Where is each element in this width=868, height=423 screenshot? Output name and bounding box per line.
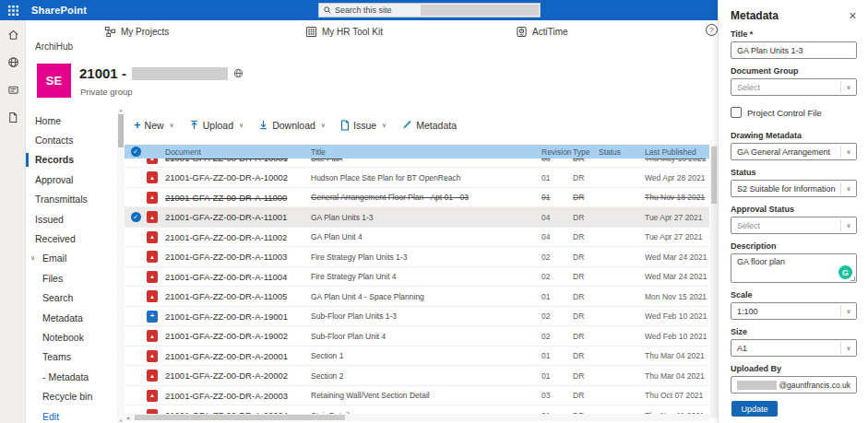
globe-icon[interactable] — [0, 48, 26, 76]
new-button[interactable]: + New∨ — [134, 118, 174, 132]
breadcrumb[interactable]: ArchiHub — [35, 41, 73, 52]
document-cell: 21001-GFA-ZZ-00-DR-A-20001 — [165, 351, 311, 361]
table-row[interactable]: ▲21001-GFA-ZZ-00-DR-A-10001Site Plan03DR… — [125, 159, 709, 168]
status-select[interactable]: S2 Suitable for Information∨ — [731, 180, 857, 197]
status-label: Status — [731, 168, 857, 177]
help-icon[interactable]: ? — [706, 24, 718, 36]
project-control-file-checkbox[interactable]: Project Control File — [731, 107, 857, 118]
last-published-cell: Thu Mar 04 2021 — [645, 351, 709, 360]
table-row[interactable]: ▲21001-GFA-ZZ-00-DR-A-11000General Arran… — [125, 188, 709, 208]
table-row[interactable]: ▲21001-GFA-ZZ-00-DR-A-20001Section 101DR… — [125, 347, 709, 367]
type-cell: DR — [573, 173, 599, 182]
sidebar-item-recycle-bin[interactable]: Recycle bin — [26, 386, 117, 405]
revision-cell: 02 — [541, 332, 573, 341]
scale-select[interactable]: 1:100∨ — [731, 302, 857, 320]
close-icon[interactable]: ✕ — [849, 10, 857, 22]
table-row[interactable]: +21001-GFA-ZZ-00-DR-A-19001Sub-Floor Pla… — [125, 307, 709, 327]
scroll-left-icon[interactable]: ◀ — [125, 416, 131, 420]
table-row[interactable]: ▲21001-GFA-ZZ-00-DR-A-20003Retaining Wal… — [125, 386, 709, 406]
sidebar-item-records[interactable]: Records — [26, 150, 117, 170]
nav-item-my-projects[interactable]: My Projects — [104, 26, 169, 38]
sidebar-item-approval[interactable]: Approval — [26, 170, 117, 189]
sidebar-item-transmittals[interactable]: Transmittals — [26, 190, 117, 209]
sidebar-item-teams[interactable]: Teams — [26, 347, 117, 367]
table-row[interactable]: ✓▲21001-GFA-ZZ-00-DR-A-11001GA Plan Unit… — [125, 207, 709, 228]
sidebar-item-email[interactable]: ∨Email — [26, 249, 117, 268]
table-vertical-scrollbar[interactable] — [710, 145, 718, 418]
column-header-type[interactable]: Type — [573, 147, 599, 157]
scroll-up-icon[interactable]: ▲ — [117, 108, 125, 112]
sidebar-item-received[interactable]: Received — [26, 229, 117, 248]
pdf-icon: ▲ — [147, 290, 158, 302]
main-content: + New∨ Upload∨ Download∨ Issue∨ Metada — [125, 106, 718, 423]
title-cell: Retaining Wall/Vent Section Detail — [311, 391, 541, 400]
revision-cell: 03 — [541, 159, 573, 163]
drawing-metadata-select[interactable]: GA General Arrangement∨ — [731, 143, 857, 160]
news-icon[interactable] — [0, 76, 26, 103]
title-input[interactable]: GA Plan Units 1-3 — [731, 41, 857, 59]
metadata-button[interactable]: Metadata — [401, 120, 457, 131]
sidebar-item-files[interactable]: Files — [26, 268, 117, 288]
sidebar-item-home[interactable]: Home — [26, 111, 117, 130]
table-row[interactable]: ▲21001-GFA-ZZ-00-DR-A-11002GA Plan Unit … — [125, 228, 709, 248]
issue-button[interactable]: Issue∨ — [340, 120, 386, 131]
scrollbar-thumb[interactable] — [711, 147, 717, 204]
table-row[interactable]: ▲21001-GFA-ZZ-00-DR-A-20002Section 201DR… — [125, 366, 709, 386]
row-selected-checkbox[interactable]: ✓ — [131, 212, 141, 222]
revision-cell: 02 — [541, 272, 573, 281]
sidebar-item-metadata[interactable]: - Metadata — [26, 367, 117, 386]
table-row[interactable]: ▲21001-GFA-ZZ-00-DR-A-19002Sub-Floor Pla… — [125, 326, 709, 347]
select-all-checkbox[interactable]: ✓ — [131, 147, 141, 157]
nav-item-my-hr-tool-kit[interactable]: My HR Tool Kit — [305, 26, 383, 38]
site-logo[interactable]: SE — [37, 64, 71, 98]
sidebar-item-notebook[interactable]: Notebook — [26, 327, 117, 347]
sidebar-item-label: Files — [42, 273, 63, 284]
uploaded-by-input[interactable]: @gauntfrancis.co.uk — [731, 376, 857, 394]
revision-cell: 03 — [541, 391, 573, 400]
search-placeholder: Search this site — [335, 6, 392, 15]
scroll-down-icon[interactable]: ▼ — [117, 418, 125, 423]
approval-status-select[interactable]: Select∨ — [731, 217, 857, 234]
revision-cell: 01 — [541, 371, 573, 381]
update-button[interactable]: Update — [731, 401, 778, 417]
description-textarea[interactable]: GA floor plan G — [731, 253, 857, 283]
table-row[interactable]: ▲21001-GFA-ZZ-00-DR-A-11004Fire Strategy… — [125, 267, 709, 288]
sidebar-item-issued[interactable]: Issued — [26, 209, 117, 229]
document-icon[interactable] — [0, 103, 26, 131]
size-select[interactable]: A1∨ — [731, 339, 857, 357]
checkbox-box[interactable] — [731, 107, 742, 118]
last-published-cell: Wed Apr 28 2021 — [645, 173, 709, 182]
document-cell: 21001-GFA-ZZ-00-DR-A-11003 — [165, 252, 311, 262]
column-header-last-published[interactable]: Last Published — [645, 147, 709, 157]
sidebar-item-contacts[interactable]: Contacts — [26, 130, 117, 149]
table-row[interactable]: ▲21001-GFA-ZZ-00-DR-A-11003Fire Strategy… — [125, 247, 709, 267]
home-icon[interactable] — [0, 20, 26, 48]
table-row[interactable]: ▲21001-GFA-ZZ-00-DR-A-10002Hudson Place … — [125, 168, 709, 188]
sidebar-item-metadata[interactable]: Metadata — [26, 308, 117, 327]
sidebar-item-search[interactable]: Search — [26, 288, 117, 308]
column-header-revision[interactable]: Revision — [541, 147, 573, 157]
pdf-icon: ▲ — [147, 211, 158, 223]
nav-item-actitime[interactable]: ActiTime — [516, 26, 568, 38]
resize-handle[interactable] — [850, 276, 855, 281]
download-button[interactable]: Download∨ — [258, 120, 326, 131]
scrollbar-thumb[interactable] — [135, 415, 345, 420]
hub-nav: My Projects My HR Tool Kit ActiTime ? Ar… — [26, 20, 718, 56]
column-header-document[interactable]: Document — [165, 147, 311, 157]
search-input[interactable]: Search this site — [318, 3, 541, 18]
document-group-select[interactable]: Select∨ — [731, 78, 857, 96]
chevron-down-icon[interactable]: ∨ — [30, 254, 42, 262]
revision-cell: 02 — [541, 311, 573, 321]
sidebar-item-label: Received — [35, 233, 76, 244]
upload-button[interactable]: Upload∨ — [189, 120, 244, 131]
scrollbar-thumb[interactable] — [118, 114, 124, 147]
table-horizontal-scrollbar[interactable]: ◀ — [125, 414, 709, 421]
sidebar-item-edit[interactable]: Edit — [26, 406, 117, 423]
column-header-status[interactable]: Status — [599, 147, 645, 157]
column-header-title[interactable]: Title — [311, 147, 541, 157]
waffle-icon[interactable] — [0, 0, 26, 20]
table-row[interactable]: ▲21001-GFA-ZZ-00-DR-A-11005GA Plan Unit … — [125, 287, 709, 307]
table-header-row[interactable]: ✓ Document Title Revision Type Status La… — [125, 145, 709, 159]
title-cell: Section 1 — [311, 351, 541, 360]
sidebar-scrollbar[interactable]: ▲ ▼ — [117, 108, 125, 423]
